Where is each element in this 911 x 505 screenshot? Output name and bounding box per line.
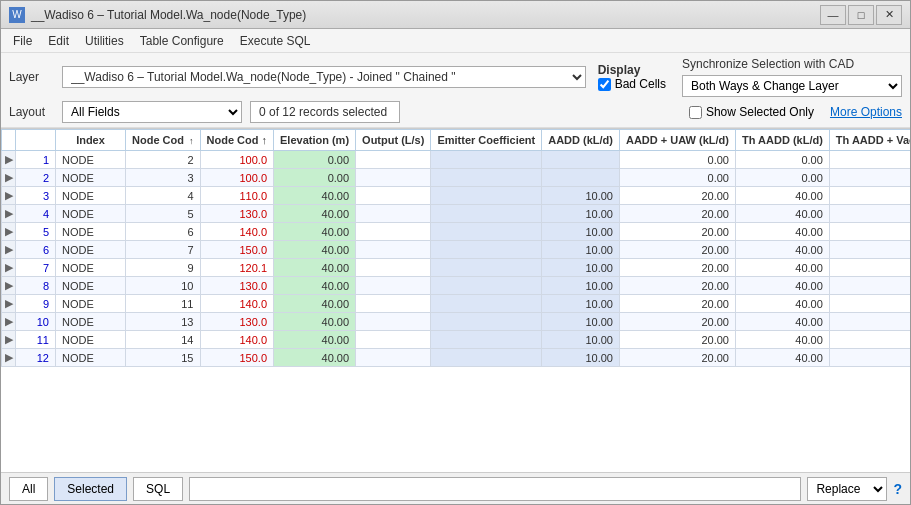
cell-elevation: 140.0 <box>200 223 274 241</box>
more-options-link[interactable]: More Options <box>830 105 902 119</box>
row-expand[interactable]: ▶ <box>2 259 16 277</box>
table-header-row: Index Node Cod ↑ Node Cod ↑ Elevation (m… <box>2 130 911 151</box>
table-row[interactable]: ▶12NODE15150.040.0010.0020.0040.0040.00 <box>2 349 911 367</box>
cell-th-aadd-vac: 40.00 <box>735 241 829 259</box>
col-th-aadd-zone[interactable]: Th AADD + Vac (kL/d) <box>829 130 910 151</box>
all-button[interactable]: All <box>9 477 48 501</box>
row-expand[interactable]: ▶ <box>2 331 16 349</box>
cell-node-cod: 9 <box>126 259 201 277</box>
cell-node-type: NODE <box>56 277 126 295</box>
table-row[interactable]: ▶10NODE13130.040.0010.0020.0040.0040.00 <box>2 313 911 331</box>
cell-output: 40.00 <box>274 295 356 313</box>
cell-node-type: NODE <box>56 223 126 241</box>
selected-button[interactable]: Selected <box>54 477 127 501</box>
cell-index: 11 <box>16 331 56 349</box>
layout-select[interactable]: All Fields <box>62 101 242 123</box>
cell-aadd <box>431 151 542 169</box>
bad-cells-checkbox[interactable] <box>598 78 611 91</box>
cell-output: 40.00 <box>274 331 356 349</box>
cell-aadd-uaw: 10.00 <box>542 313 620 331</box>
cell-node-type: NODE <box>56 313 126 331</box>
menu-file[interactable]: File <box>5 32 40 50</box>
col-elevation[interactable]: Node Cod ↑ <box>200 130 274 151</box>
row-expand[interactable]: ▶ <box>2 313 16 331</box>
cell-index: 6 <box>16 241 56 259</box>
cell-aadd-uaw: 10.00 <box>542 241 620 259</box>
menu-edit[interactable]: Edit <box>40 32 77 50</box>
row-expand[interactable]: ▶ <box>2 241 16 259</box>
table-row[interactable]: ▶8NODE10130.040.0010.0020.0040.0040.00 <box>2 277 911 295</box>
col-node-type[interactable]: Index <box>56 130 126 151</box>
minimize-button[interactable]: — <box>820 5 846 25</box>
cell-aadd <box>431 313 542 331</box>
table-container[interactable]: Index Node Cod ↑ Node Cod ↑ Elevation (m… <box>1 128 910 472</box>
row-expand[interactable]: ▶ <box>2 223 16 241</box>
sql-input[interactable] <box>189 477 801 501</box>
col-aadd[interactable]: Emitter Coefficient <box>431 130 542 151</box>
table-row[interactable]: ▶11NODE14140.040.0010.0020.0040.0060.00 <box>2 331 911 349</box>
cell-node-cod: 3 <box>126 169 201 187</box>
menu-execute-sql[interactable]: Execute SQL <box>232 32 319 50</box>
row-expand[interactable]: ▶ <box>2 205 16 223</box>
menu-table-configure[interactable]: Table Configure <box>132 32 232 50</box>
row-expand[interactable]: ▶ <box>2 349 16 367</box>
show-selected-checkbox[interactable] <box>689 106 702 119</box>
col-index[interactable] <box>16 130 56 151</box>
table-row[interactable]: ▶3NODE4110.040.0010.0020.0040.0040.00 <box>2 187 911 205</box>
col-node-cod[interactable]: Node Cod ↑ <box>126 130 201 151</box>
col-aadd-uaw[interactable]: AADD (kL/d) <box>542 130 620 151</box>
row-expand[interactable]: ▶ <box>2 151 16 169</box>
cell-aadd <box>431 241 542 259</box>
cell-output: 40.00 <box>274 187 356 205</box>
sync-select[interactable]: Both Ways & Change LayerOne WayNone <box>682 75 902 97</box>
table-row[interactable]: ▶1NODE2100.00.000.000.000.00 <box>2 151 911 169</box>
cell-elevation: 130.0 <box>200 205 274 223</box>
cell-th-aadd-vac: 40.00 <box>735 331 829 349</box>
cell-elevation: 140.0 <box>200 331 274 349</box>
cell-elevation: 100.0 <box>200 151 274 169</box>
table-body: ▶1NODE2100.00.000.000.000.00▶2NODE3100.0… <box>2 151 911 367</box>
cell-aadd-uaw: 10.00 <box>542 187 620 205</box>
cell-emitter <box>356 295 431 313</box>
menu-bar: File Edit Utilities Table Configure Exec… <box>1 29 910 53</box>
cell-th-aadd-vac: 0.00 <box>735 151 829 169</box>
menu-utilities[interactable]: Utilities <box>77 32 132 50</box>
cell-index: 3 <box>16 187 56 205</box>
cell-node-cod: 5 <box>126 205 201 223</box>
cell-th-aadd-vac: 40.00 <box>735 223 829 241</box>
row-expand[interactable]: ▶ <box>2 295 16 313</box>
title-bar: W __Wadiso 6 – Tutorial Model.Wa_node(No… <box>1 1 910 29</box>
maximize-button[interactable]: □ <box>848 5 874 25</box>
col-output[interactable]: Elevation (m) <box>274 130 356 151</box>
row-expand[interactable]: ▶ <box>2 187 16 205</box>
record-count: 0 of 12 records selected <box>250 101 400 123</box>
table-row[interactable]: ▶2NODE3100.00.000.000.000.00 <box>2 169 911 187</box>
col-emitter[interactable]: Output (L/s) <box>356 130 431 151</box>
cell-th-aadd: 20.00 <box>619 241 735 259</box>
replace-select[interactable]: ReplaceAppend <box>807 477 887 501</box>
close-button[interactable]: ✕ <box>876 5 902 25</box>
table-row[interactable]: ▶4NODE5130.040.0010.0020.0040.0040.00 <box>2 205 911 223</box>
cell-th-aadd-vac: 40.00 <box>735 259 829 277</box>
sql-button[interactable]: SQL <box>133 477 183 501</box>
row-expand[interactable]: ▶ <box>2 277 16 295</box>
layer-select[interactable]: __Wadiso 6 – Tutorial Model.Wa_node(Node… <box>62 66 586 88</box>
col-th-aadd-vac[interactable]: Th AADD (kL/d) <box>735 130 829 151</box>
cell-node-type: NODE <box>56 349 126 367</box>
cell-node-cod: 13 <box>126 313 201 331</box>
help-button[interactable]: ? <box>893 481 902 497</box>
table-row[interactable]: ▶7NODE9120.140.0010.0020.0040.0040.00 <box>2 259 911 277</box>
row-expand[interactable]: ▶ <box>2 169 16 187</box>
col-th-aadd[interactable]: AADD + UAW (kL/d) <box>619 130 735 151</box>
cell-emitter <box>356 277 431 295</box>
cell-index: 2 <box>16 169 56 187</box>
cell-emitter <box>356 259 431 277</box>
cell-aadd-uaw: 10.00 <box>542 295 620 313</box>
window-controls: — □ ✕ <box>820 5 902 25</box>
table-row[interactable]: ▶5NODE6140.040.0010.0020.0040.0040.00 <box>2 223 911 241</box>
table-row[interactable]: ▶6NODE7150.040.0010.0020.0040.0040.00 <box>2 241 911 259</box>
cell-output: 0.00 <box>274 151 356 169</box>
cell-node-cod: 10 <box>126 277 201 295</box>
cell-th-aadd: 20.00 <box>619 331 735 349</box>
table-row[interactable]: ▶9NODE11140.040.0010.0020.0040.0040.00 <box>2 295 911 313</box>
